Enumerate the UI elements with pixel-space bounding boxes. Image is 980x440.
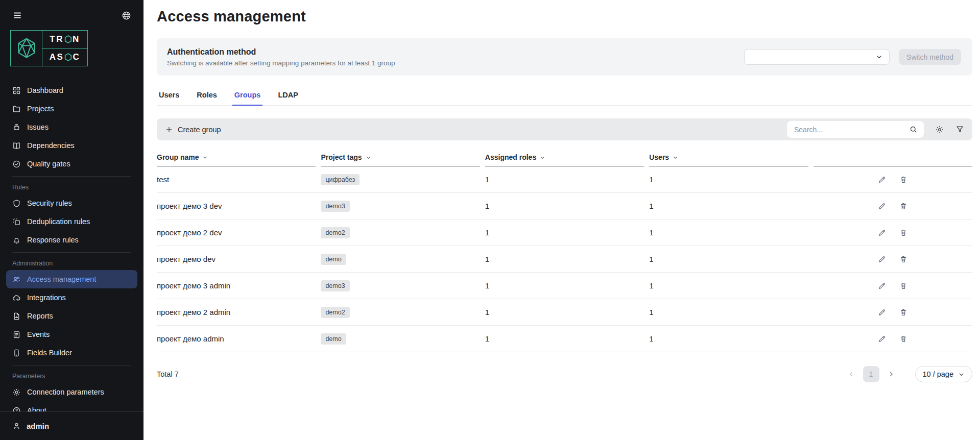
tab-ldap[interactable]: LDAP — [276, 91, 300, 106]
assigned-roles-cell: 1 — [485, 202, 644, 210]
sidebar-item-deduplication-rules[interactable]: Deduplication rules — [6, 212, 137, 231]
search-input[interactable] — [794, 126, 909, 134]
sidebar-item-response-rules[interactable]: Response rules — [6, 231, 137, 249]
row-actions — [814, 202, 972, 210]
edit-group-icon[interactable] — [878, 335, 886, 343]
delete-group-icon[interactable] — [899, 229, 907, 237]
sidebar-item-quality-gates[interactable]: Quality gates — [6, 155, 137, 173]
table-footer: Total 7 1 10 / page — [157, 366, 972, 382]
globe-icon[interactable] — [122, 11, 131, 20]
assigned-roles-cell: 1 — [485, 175, 644, 184]
project-tag-chip: цифрабез — [321, 174, 360, 185]
sidebar-item-about[interactable]: About — [6, 401, 137, 411]
table-row: проект демо 2 devdemo211 — [157, 219, 972, 246]
column-header-project-tags[interactable]: Project tags — [321, 153, 480, 166]
sidebar-item-dependencies[interactable]: Dependencies — [6, 136, 137, 155]
sidebar-user[interactable]: admin — [0, 411, 144, 440]
tron-asoc-logo: TR N AS C — [10, 30, 88, 66]
group-name-cell: test — [157, 175, 316, 184]
group-name-cell: проект демо 3 dev — [157, 202, 316, 210]
column-header-group-name[interactable]: Group name — [157, 153, 316, 166]
sidebar-item-fields-builder[interactable]: Fields Builder — [6, 344, 137, 362]
chevron-down-icon — [875, 53, 883, 61]
sort-chevron-icon — [366, 155, 371, 160]
sidebar-divider — [12, 176, 131, 177]
edit-group-icon[interactable] — [878, 255, 886, 263]
edit-group-icon[interactable] — [878, 308, 886, 316]
assigned-roles-cell: 1 — [485, 281, 644, 290]
groups-toolbar: Create group — [157, 118, 972, 140]
bell-icon — [12, 236, 21, 245]
filter-icon[interactable] — [955, 125, 964, 134]
dashboard-icon — [12, 86, 21, 95]
person-icon — [12, 422, 21, 430]
logo-line-asoc: AS C — [42, 48, 87, 66]
auth-method-select[interactable] — [744, 49, 890, 65]
sort-chevron-icon — [673, 155, 678, 160]
sidebar-item-projects[interactable]: Projects — [6, 100, 137, 118]
edit-group-icon[interactable] — [878, 176, 886, 184]
table-header: Group name Project tags Assigned roles U… — [157, 153, 972, 166]
sidebar-item-issues[interactable]: Issues — [6, 118, 137, 136]
sidebar-item-events[interactable]: Events — [6, 325, 137, 344]
book-open-icon — [12, 141, 21, 150]
groups-table: Group name Project tags Assigned roles U… — [157, 153, 972, 352]
delete-group-icon[interactable] — [899, 308, 907, 316]
folder-icon — [12, 105, 21, 113]
search-box — [787, 121, 924, 138]
edit-group-icon[interactable] — [878, 282, 886, 290]
project-tag-chip: demo — [321, 333, 346, 345]
assigned-roles-cell: 1 — [485, 308, 644, 316]
switch-method-button[interactable]: Switch method — [899, 49, 961, 65]
assigned-roles-cell: 1 — [485, 228, 644, 237]
sidebar-item-reports[interactable]: Reports — [6, 307, 137, 325]
edit-group-icon[interactable] — [878, 229, 886, 237]
gear-icon[interactable] — [935, 125, 944, 134]
project-tag-chip: demo2 — [321, 227, 349, 238]
main-content: Access management Authentication method … — [144, 0, 980, 382]
page-size-select[interactable]: 10 / page — [915, 366, 972, 382]
row-actions — [814, 176, 972, 184]
logo-cube-icon — [11, 31, 42, 66]
column-header-users[interactable]: Users — [649, 153, 808, 166]
sidebar: TR N AS C Dashboard Projects Issues De — [0, 0, 144, 440]
create-group-button[interactable]: Create group — [165, 126, 221, 134]
sidebar-item-access-management[interactable]: Access management — [6, 270, 137, 288]
tab-groups[interactable]: Groups — [232, 91, 263, 106]
delete-group-icon[interactable] — [899, 282, 907, 290]
prev-page-icon[interactable] — [845, 371, 858, 378]
delete-group-icon[interactable] — [899, 335, 907, 343]
hamburger-menu-icon[interactable] — [12, 10, 22, 20]
edit-group-icon[interactable] — [878, 202, 886, 210]
column-header-actions — [814, 153, 972, 166]
users-count-cell: 1 — [649, 228, 808, 237]
search-icon[interactable] — [909, 125, 918, 134]
table-row: проект демо 3 devdemo311 — [157, 193, 972, 219]
project-tag-cell: demo3 — [321, 201, 480, 212]
next-page-icon[interactable] — [885, 371, 898, 378]
column-header-assigned-roles[interactable]: Assigned roles — [485, 153, 644, 166]
report-file-icon — [12, 312, 21, 321]
sidebar-item-dashboard[interactable]: Dashboard — [6, 81, 137, 100]
table-row: проект демо 3 admindemo311 — [157, 273, 972, 299]
users-count-cell: 1 — [649, 202, 808, 210]
event-log-icon — [12, 330, 21, 339]
section-label-administration: Administration — [0, 256, 144, 270]
sidebar-item-integrations[interactable]: Integrations — [6, 288, 137, 307]
table-body: testцифрабез11проект демо 3 devdemo311пр… — [157, 166, 972, 352]
authentication-method-panel: Authentication method Switching is avail… — [157, 38, 972, 76]
section-label-rules: Rules — [0, 180, 144, 194]
sidebar-item-security-rules[interactable]: Security rules — [6, 194, 137, 212]
delete-group-icon[interactable] — [899, 255, 907, 263]
group-name-cell: проект демо 2 admin — [157, 308, 316, 316]
tab-users[interactable]: Users — [157, 91, 181, 106]
group-name-cell: проект демо 3 admin — [157, 281, 316, 290]
check-badge-icon — [12, 160, 21, 168]
project-tag-chip: demo — [321, 254, 346, 265]
page-number-button[interactable]: 1 — [863, 366, 879, 382]
delete-group-icon[interactable] — [899, 202, 907, 210]
sidebar-item-connection-parameters[interactable]: Connection parameters — [6, 383, 137, 401]
row-actions — [814, 255, 972, 263]
delete-group-icon[interactable] — [899, 176, 907, 184]
tab-roles[interactable]: Roles — [195, 91, 219, 106]
